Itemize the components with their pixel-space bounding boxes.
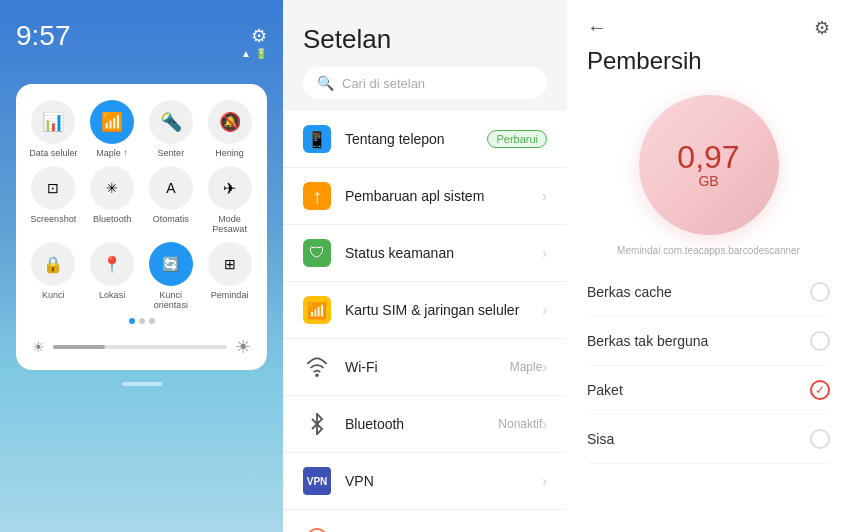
data-icon: 📊 (42, 111, 64, 133)
qs-item-flashlight[interactable]: 🔦 Senter (146, 100, 197, 158)
qs-gear-icon[interactable]: ⚙ (251, 25, 267, 47)
qs-wifi-btn[interactable]: 📶 (90, 100, 134, 144)
qs-time: 9:57 (16, 20, 71, 52)
qs-lock-btn[interactable]: 🔒 (31, 242, 75, 286)
settings-panel: Setelan 🔍 Cari di setelan 📱 Tentang tele… (283, 0, 567, 532)
junk-label: Berkas tak berguna (587, 333, 810, 349)
back-button[interactable]: ← (587, 16, 607, 39)
cache-radio[interactable] (810, 282, 830, 302)
qs-auto-label: Otomatis (153, 214, 189, 224)
sim-label: Kartu SIM & jaringan seluler (345, 302, 542, 318)
settings-list: 📱 Tentang telepon Perbarui ↑ Pembaruan a… (283, 111, 567, 532)
qs-grid-row1: 📊 Data seluler 📶 Maple ↑ 🔦 Senter 🔕 (28, 100, 255, 310)
cleaner-size-value: 0,97 (677, 141, 739, 173)
package-radio[interactable] (810, 380, 830, 400)
battery-icon: 🔋 (255, 48, 267, 59)
bluetooth-arrow: › (542, 416, 547, 432)
update-arrow: › (542, 188, 547, 204)
settings-item-share[interactable]: Koneksi & berbagi › (283, 510, 567, 532)
search-icon: 🔍 (317, 75, 334, 91)
settings-item-bluetooth-text: Bluetooth (345, 416, 498, 432)
qs-flashlight-btn[interactable]: 🔦 (149, 100, 193, 144)
junk-radio[interactable] (810, 331, 830, 351)
rotate-icon: 🔄 (162, 256, 179, 272)
silent-icon: 🔕 (219, 111, 241, 133)
qs-topbar: 9:57 ⚙ (16, 20, 267, 52)
settings-item-update[interactable]: ↑ Pembaruan apl sistem › (283, 168, 567, 225)
qs-item-rotate[interactable]: 🔄 Kunci orientasi (146, 242, 197, 310)
cleaner-item-cache[interactable]: Berkas cache (587, 268, 830, 317)
auto-icon: A (166, 180, 175, 196)
settings-search-bar[interactable]: 🔍 Cari di setelan (303, 67, 547, 99)
qs-airplane-label: Mode Pesawat (204, 214, 255, 234)
svg-point-0 (316, 374, 318, 376)
qs-wifi-label: Maple ↑ (96, 148, 128, 158)
scan-icon: ⊞ (224, 256, 236, 272)
qs-bluetooth-btn[interactable]: ✳ (90, 166, 134, 210)
qs-silent-label: Hening (215, 148, 244, 158)
qs-data-btn[interactable]: 📊 (31, 100, 75, 144)
qs-scan-label: Pemindai (211, 290, 249, 300)
qs-airplane-btn[interactable]: ✈ (208, 166, 252, 210)
about-badge[interactable]: Perbarui (487, 130, 547, 148)
settings-item-wifi[interactable]: Wi-Fi Maple › (283, 339, 567, 396)
qs-item-location[interactable]: 📍 Lokasi (87, 242, 138, 310)
cleaner-item-sisa[interactable]: Sisa (587, 415, 830, 464)
wifi-value: Maple (510, 360, 543, 374)
qs-item-silent[interactable]: 🔕 Hening (204, 100, 255, 158)
cleaner-circle[interactable]: 0,97 GB (639, 95, 779, 235)
settings-item-vpn[interactable]: VPN VPN › (283, 453, 567, 510)
cleaner-settings-icon[interactable]: ⚙ (814, 17, 830, 39)
qs-item-data[interactable]: 📊 Data seluler (28, 100, 79, 158)
qs-item-screenshot[interactable]: ⊡ Screenshot (28, 166, 79, 234)
location-icon: 📍 (102, 255, 122, 274)
qs-bluetooth-label: Bluetooth (93, 214, 131, 224)
qs-item-lock[interactable]: 🔒 Kunci (28, 242, 79, 310)
settings-title: Setelan (303, 24, 547, 55)
settings-item-security[interactable]: 🛡 Status keamanan › (283, 225, 567, 282)
cleaner-subtitle: Memindai com.teacapps.barcodescanner (567, 245, 850, 268)
vpn-label: VPN (345, 473, 542, 489)
qs-item-bluetooth[interactable]: ✳ Bluetooth (87, 166, 138, 234)
qs-dots (28, 318, 255, 324)
about-label: Tentang telepon (345, 131, 487, 147)
qs-status-icons: ▲ 🔋 (241, 48, 267, 59)
qs-brightness-bar[interactable] (53, 345, 227, 349)
sisa-radio[interactable] (810, 429, 830, 449)
settings-item-sim-text: Kartu SIM & jaringan seluler (345, 302, 542, 318)
cleaner-circle-area: 0,97 GB (567, 75, 850, 245)
qs-item-scan[interactable]: ⊞ Pemindai (204, 242, 255, 310)
qs-auto-btn[interactable]: A (149, 166, 193, 210)
qs-location-btn[interactable]: 📍 (90, 242, 134, 286)
settings-item-about[interactable]: 📱 Tentang telepon Perbarui (283, 111, 567, 168)
sisa-label: Sisa (587, 431, 810, 447)
search-placeholder: Cari di setelan (342, 76, 425, 91)
security-arrow: › (542, 245, 547, 261)
about-icon: 📱 (303, 125, 331, 153)
wifi-label: Wi-Fi (345, 359, 510, 375)
lock-icon: 🔒 (43, 255, 63, 274)
settings-header: Setelan 🔍 Cari di setelan (283, 0, 567, 111)
qs-rotate-label: Kunci orientasi (146, 290, 197, 310)
qs-bottom-handle (122, 382, 162, 386)
qs-dot-3 (149, 318, 155, 324)
qs-item-wifi[interactable]: 📶 Maple ↑ (87, 100, 138, 158)
settings-item-sim[interactable]: 📶 Kartu SIM & jaringan seluler › (283, 282, 567, 339)
cache-label: Berkas cache (587, 284, 810, 300)
qs-item-auto[interactable]: A Otomatis (146, 166, 197, 234)
qs-item-airplane[interactable]: ✈ Mode Pesawat (204, 166, 255, 234)
qs-scan-btn[interactable]: ⊞ (208, 242, 252, 286)
cleaner-panel: ← ⚙ Pembersih 0,97 GB Memindai com.teaca… (567, 0, 850, 532)
qs-screenshot-label: Screenshot (31, 214, 77, 224)
settings-item-about-text: Tentang telepon (345, 131, 487, 147)
qs-rotate-btn[interactable]: 🔄 (149, 242, 193, 286)
cleaner-title: Pembersih (567, 39, 850, 75)
bluetooth-settings-icon (303, 410, 331, 438)
qs-screenshot-btn[interactable]: ⊡ (31, 166, 75, 210)
security-icon: 🛡 (303, 239, 331, 267)
bluetooth-icon: ✳ (106, 180, 118, 196)
qs-silent-btn[interactable]: 🔕 (208, 100, 252, 144)
settings-item-bluetooth[interactable]: Bluetooth Nonaktif › (283, 396, 567, 453)
cleaner-item-package[interactable]: Paket (587, 366, 830, 415)
cleaner-item-junk[interactable]: Berkas tak berguna (587, 317, 830, 366)
